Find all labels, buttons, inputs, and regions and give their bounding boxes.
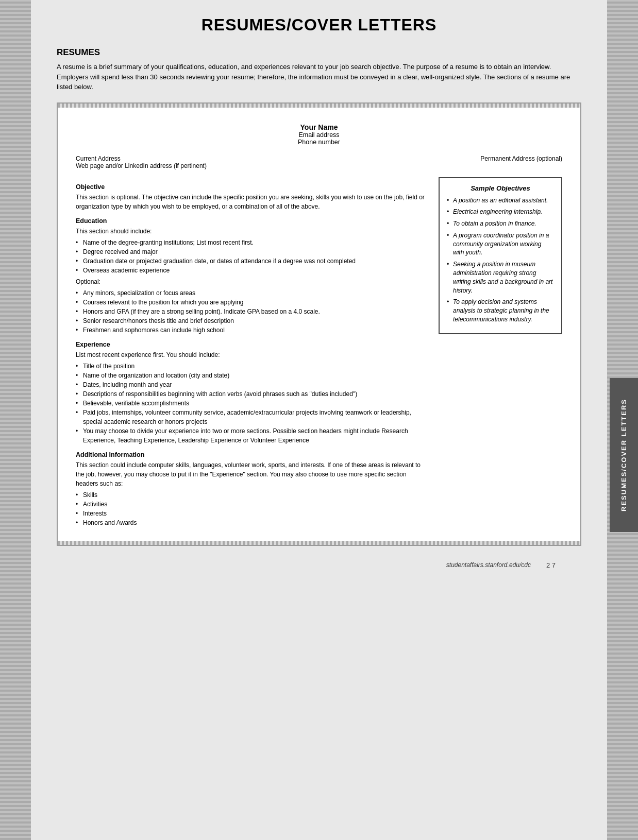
footer-bar: studentaffairs.stanford.edu/cdc 2 7 — [57, 556, 581, 574]
vertical-tab: RESUMES/COVER LETTERS — [610, 378, 638, 532]
experience-list: Title of the position Name of the organi… — [76, 362, 428, 445]
list-item: Graduation date or projected graduation … — [76, 256, 428, 266]
list-item: Courses relevant to the position for whi… — [76, 298, 428, 307]
main-content: RESUMES/COVER LETTERS RESUMES A resume i… — [31, 0, 607, 840]
footer-url: studentaffairs.stanford.edu/cdc — [446, 561, 531, 569]
additional-info-intro: This section could include computer skil… — [76, 460, 428, 488]
left-border — [0, 0, 31, 840]
resumes-heading: RESUMES — [57, 47, 581, 58]
list-item: Activities — [76, 500, 428, 509]
optional-label: Optional: — [76, 277, 428, 286]
education-required-list: Name of the degree-granting institutions… — [76, 238, 428, 275]
sample-objectives-box: Sample Objectives A position as an edito… — [439, 177, 562, 334]
objective-title: Objective — [76, 183, 428, 191]
resume-email: Email address — [76, 131, 562, 139]
list-item: You may choose to divide your experience… — [76, 426, 428, 445]
list-item: Honors and Awards — [76, 518, 428, 527]
list-item: Senior research/honors thesis title and … — [76, 316, 428, 325]
resume-name: Your Name — [76, 123, 562, 131]
vertical-tab-text: RESUMES/COVER LETTERS — [620, 399, 628, 511]
sample-objectives-title: Sample Objectives — [447, 184, 554, 192]
current-address-label: Current Address — [76, 155, 207, 162]
resume-header: Your Name Email address Phone number — [76, 123, 562, 146]
education-optional-list: Any minors, specialization or focus area… — [76, 288, 428, 335]
resume-left-column: Objective This section is optional. The … — [76, 177, 428, 529]
education-title: Education — [76, 217, 428, 225]
list-item: Dates, including month and year — [76, 380, 428, 389]
experience-title: Experience — [76, 341, 428, 348]
resume-box-bottom-bar — [58, 541, 580, 545]
sample-objective-item: A program coordinator position in a comm… — [447, 231, 554, 257]
additional-info-title: Additional Information — [76, 451, 428, 458]
footer-page: 2 7 — [546, 561, 556, 569]
resume-right-column: Sample Objectives A position as an edito… — [439, 177, 562, 529]
sample-objective-item: To obtain a position in finance. — [447, 219, 554, 228]
list-item: Honors and GPA (if they are a strong sel… — [76, 307, 428, 316]
resume-phone: Phone number — [76, 139, 562, 146]
objective-text: This section is optional. The objective … — [76, 193, 428, 211]
additional-info-list: Skills Activities Interests Honors and A… — [76, 490, 428, 527]
sample-objective-item: Seeking a position in museum administrat… — [447, 260, 554, 295]
education-intro: This section should include: — [76, 227, 428, 236]
resume-addresses: Current Address Web page and/or LinkedIn… — [76, 155, 562, 169]
sample-objective-item: Electrical engineering internship. — [447, 208, 554, 216]
list-item: Name of the organization and location (c… — [76, 371, 428, 380]
list-item: Any minors, specialization or focus area… — [76, 288, 428, 298]
list-item: Title of the position — [76, 362, 428, 371]
page-wrapper: RESUMES/COVER LETTERS RESUMES/COVER LETT… — [0, 0, 638, 840]
page-title: RESUMES/COVER LETTERS — [57, 15, 581, 35]
resume-address-right: Permanent Address (optional) — [480, 155, 562, 169]
list-item: Freshmen and sophomores can include high… — [76, 325, 428, 335]
list-item: Skills — [76, 490, 428, 500]
resume-box: Your Name Email address Phone number Cur… — [57, 102, 581, 546]
sample-objective-item: To apply decision and systems analysis t… — [447, 298, 554, 323]
web-address: Web page and/or LinkedIn address (if per… — [76, 162, 207, 169]
resumes-intro: A resume is a brief summary of your qual… — [57, 62, 581, 92]
list-item: Overseas academic experience — [76, 266, 428, 275]
sample-objective-item: A position as an editorial assistant. — [447, 196, 554, 205]
resume-box-top-bar — [58, 104, 580, 108]
sample-objectives-list: A position as an editorial assistant. El… — [447, 196, 554, 324]
list-item: Interests — [76, 509, 428, 518]
permanent-address-label: Permanent Address (optional) — [480, 155, 562, 162]
list-item: Paid jobs, internships, volunteer commun… — [76, 408, 428, 426]
list-item: Degree received and major — [76, 247, 428, 256]
list-item: Descriptions of responsibilities beginni… — [76, 389, 428, 399]
list-item: Believable, verifiable accomplishments — [76, 399, 428, 408]
list-item: Name of the degree-granting institutions… — [76, 238, 428, 247]
resume-address-left: Current Address Web page and/or LinkedIn… — [76, 155, 207, 169]
resume-body: Objective This section is optional. The … — [76, 177, 562, 529]
experience-intro: List most recent experience first. You s… — [76, 350, 428, 359]
